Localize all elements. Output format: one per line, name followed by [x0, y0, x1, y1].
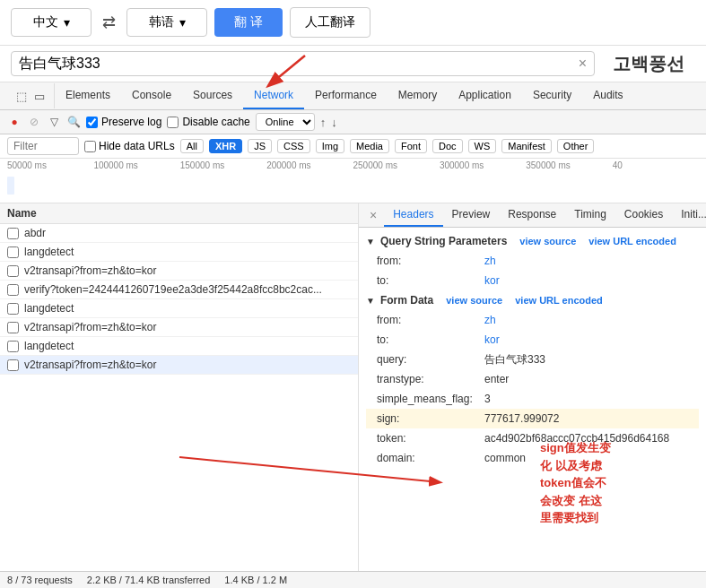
filter-media-btn[interactable]: Media	[350, 139, 389, 153]
query-param-to: to: kor	[366, 271, 699, 290]
filter-js-btn[interactable]: JS	[248, 139, 272, 153]
request-list: abdr langdetect v2transapi?from=zh&to=ko…	[0, 224, 358, 588]
request-item[interactable]: langdetect	[0, 337, 358, 356]
filter-all-btn[interactable]: All	[180, 139, 204, 153]
record-button[interactable]: ●	[7, 115, 22, 129]
filter-other-btn[interactable]: Other	[557, 139, 595, 153]
tab-console[interactable]: Console	[121, 82, 182, 109]
request-checkbox[interactable]	[7, 341, 19, 352]
request-item[interactable]: v2transapi?from=zh&to=kor	[0, 262, 358, 281]
request-item[interactable]: langdetect	[0, 299, 358, 318]
collapse-icon: ▼	[366, 237, 375, 246]
timeline: 50000 ms 100000 ms 150000 ms 200000 ms 2…	[0, 159, 706, 203]
preserve-log-checkbox[interactable]	[86, 117, 98, 128]
filter-font-btn[interactable]: Font	[395, 139, 427, 153]
request-item[interactable]: verify?token=2424441260719ee2a3de3f25442…	[0, 281, 358, 299]
upload-button[interactable]: ↑	[320, 116, 327, 129]
name-column-header: Name	[7, 207, 37, 220]
stop-button[interactable]: ⊘	[27, 115, 41, 129]
search-bar: × 고백풍선	[0, 46, 706, 82]
request-name: v2transapi?from=zh&to=kor	[24, 264, 351, 277]
form-param-key-transtype: transtype:	[377, 371, 484, 387]
disable-cache-label[interactable]: Disable cache	[167, 116, 249, 128]
query-section-header[interactable]: ▼ Query String Parameters view source vi…	[366, 231, 699, 251]
request-checkbox[interactable]	[7, 359, 19, 371]
devtools-tabs: ⬚ ▭ Elements Console Sources Network Per…	[0, 82, 706, 110]
preserve-log-label[interactable]: Preserve log	[86, 116, 161, 128]
search-button[interactable]: 🔍	[66, 115, 81, 129]
form-param-key-simple-means: simple_means_flag:	[377, 391, 484, 407]
request-item[interactable]: abdr	[0, 224, 358, 243]
ai-translate-button[interactable]: 人工翻译	[290, 7, 370, 38]
tab-memory[interactable]: Memory	[388, 82, 448, 109]
left-panel-header: Name	[0, 203, 358, 224]
source-lang-label: 中文	[33, 14, 58, 30]
request-checkbox[interactable]	[7, 265, 19, 277]
annotation-text-sign: sign值发生变化 以及考虑token值会不会改变 在这里需要找到	[540, 439, 611, 527]
request-item[interactable]: langdetect	[0, 243, 358, 262]
form-param-key-from: from:	[377, 312, 484, 328]
form-param-from: from: zh	[366, 310, 699, 330]
target-lang-arrow: ▾	[179, 15, 186, 30]
right-tab-cookies[interactable]: Cookies	[615, 203, 672, 227]
mobile-icon[interactable]: ▭	[32, 89, 47, 103]
filter-img-btn[interactable]: Img	[316, 139, 344, 153]
search-input[interactable]	[19, 56, 573, 72]
target-lang-select[interactable]: 韩语 ▾	[126, 8, 207, 37]
cursor-icon[interactable]: ⬚	[14, 89, 29, 103]
query-view-source[interactable]: view source	[519, 236, 576, 246]
form-section-header[interactable]: ▼ Form Data view source view URL encoded	[366, 290, 699, 310]
filter-manifest-btn[interactable]: Manifest	[501, 139, 552, 153]
disable-cache-checkbox[interactable]	[167, 117, 179, 128]
form-param-val-simple-means: 3	[484, 391, 491, 407]
tab-performance[interactable]: Performance	[304, 82, 388, 109]
tab-network[interactable]: Network	[243, 82, 304, 109]
filter-css-btn[interactable]: CSS	[277, 139, 310, 153]
request-checkbox[interactable]	[7, 284, 19, 296]
download-button[interactable]: ↓	[331, 116, 337, 129]
right-tab-initiator[interactable]: Initi...	[672, 203, 706, 227]
filter-input[interactable]	[7, 137, 79, 155]
tab-sources[interactable]: Sources	[182, 82, 243, 109]
hide-data-urls-label[interactable]: Hide data URLs	[84, 140, 175, 152]
query-view-url-encoded[interactable]: view URL encoded	[588, 236, 676, 246]
tab-security[interactable]: Security	[522, 82, 582, 109]
form-view-url-encoded[interactable]: view URL encoded	[515, 295, 603, 306]
right-panel-close[interactable]: ×	[362, 203, 384, 227]
request-name: abdr	[24, 227, 351, 239]
swap-button[interactable]: ⇄	[99, 9, 119, 36]
request-checkbox[interactable]	[7, 303, 19, 315]
form-param-val-sign: 777617.999072	[484, 411, 559, 427]
filter-xhr-btn[interactable]: XHR	[209, 139, 242, 153]
form-param-val-query: 告白气球333	[484, 351, 545, 368]
tab-audits[interactable]: Audits	[582, 82, 633, 109]
right-tab-response[interactable]: Response	[499, 203, 565, 227]
tab-application[interactable]: Application	[448, 82, 522, 109]
request-item[interactable]: v2transapi?from=zh&to=kor	[0, 318, 358, 337]
search-clear-button[interactable]: ×	[579, 56, 587, 72]
right-tab-preview[interactable]: Preview	[443, 203, 500, 227]
request-checkbox[interactable]	[7, 228, 19, 239]
right-content: ▼ Query String Parameters view source vi…	[359, 228, 706, 588]
right-tab-timing[interactable]: Timing	[565, 203, 615, 227]
form-param-key-sign: sign:	[377, 411, 484, 427]
hide-data-urls-checkbox[interactable]	[84, 141, 96, 152]
filter-doc-btn[interactable]: Doc	[432, 139, 463, 153]
form-param-key-token: token:	[377, 430, 484, 446]
request-name: verify?token=2424441260719ee2a3de3f25442…	[24, 283, 351, 296]
form-param-to: to: kor	[366, 330, 699, 350]
form-param-val-to: kor	[484, 332, 500, 348]
tab-elements[interactable]: Elements	[55, 82, 121, 109]
request-name: langdetect	[24, 246, 351, 258]
right-tab-headers[interactable]: Headers	[384, 203, 442, 227]
filter-ws-btn[interactable]: WS	[468, 139, 497, 153]
translate-button[interactable]: 翻 译	[214, 8, 283, 37]
filter-button[interactable]: ▽	[47, 115, 61, 129]
source-lang-select[interactable]: 中文 ▾	[11, 8, 92, 37]
search-result: 고백풍선	[602, 52, 695, 76]
request-checkbox[interactable]	[7, 322, 19, 333]
form-view-source[interactable]: view source	[446, 295, 502, 306]
request-item-selected[interactable]: v2transapi?from=zh&to=kor	[0, 356, 358, 375]
request-checkbox[interactable]	[7, 246, 19, 258]
throttle-select[interactable]: Online	[256, 113, 315, 131]
